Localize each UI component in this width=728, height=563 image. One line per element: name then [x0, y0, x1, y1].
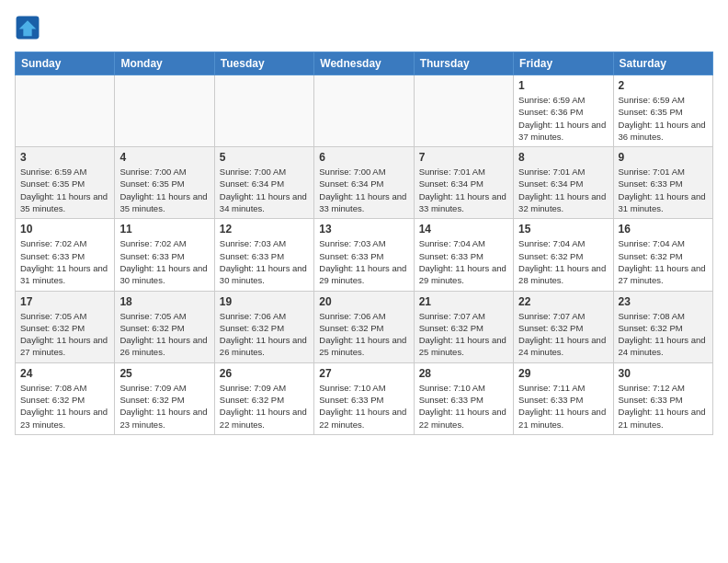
- page-header: [15, 15, 713, 40]
- day-info: Sunrise: 7:08 AM Sunset: 6:32 PM Dayligh…: [619, 310, 708, 359]
- day-info: Sunrise: 7:08 AM Sunset: 6:32 PM Dayligh…: [20, 382, 109, 431]
- weekday-header: Tuesday: [214, 52, 313, 75]
- day-number: 25: [119, 367, 209, 380]
- day-number: 11: [119, 223, 209, 236]
- calendar-cell: [115, 75, 214, 147]
- day-number: 21: [419, 295, 508, 308]
- calendar-cell: 3Sunrise: 6:59 AM Sunset: 6:35 PM Daylig…: [16, 147, 115, 219]
- day-info: Sunrise: 6:59 AM Sunset: 6:35 PM Dayligh…: [20, 166, 109, 214]
- calendar-cell: 24Sunrise: 7:08 AM Sunset: 6:32 PM Dayli…: [16, 362, 115, 434]
- day-number: 4: [119, 151, 209, 164]
- calendar-table: SundayMondayTuesdayWednesdayThursdayFrid…: [15, 52, 713, 435]
- day-number: 22: [518, 295, 608, 308]
- day-number: 13: [319, 223, 408, 236]
- day-number: 26: [220, 367, 309, 380]
- day-info: Sunrise: 6:59 AM Sunset: 6:36 PM Dayligh…: [518, 94, 608, 143]
- calendar-cell: 9Sunrise: 7:01 AM Sunset: 6:33 PM Daylig…: [613, 147, 712, 219]
- day-info: Sunrise: 7:01 AM Sunset: 6:34 PM Dayligh…: [518, 166, 608, 214]
- day-number: 8: [518, 151, 608, 164]
- calendar-week-row: 10Sunrise: 7:02 AM Sunset: 6:33 PM Dayli…: [16, 219, 713, 291]
- weekday-header: Wednesday: [314, 52, 414, 75]
- calendar-cell: 17Sunrise: 7:05 AM Sunset: 6:32 PM Dayli…: [16, 291, 115, 362]
- day-number: 6: [319, 151, 408, 164]
- day-info: Sunrise: 7:04 AM Sunset: 6:32 PM Dayligh…: [619, 237, 708, 286]
- weekday-header: Sunday: [16, 52, 115, 75]
- day-info: Sunrise: 7:09 AM Sunset: 6:32 PM Dayligh…: [220, 382, 309, 431]
- day-info: Sunrise: 7:01 AM Sunset: 6:34 PM Dayligh…: [419, 166, 508, 214]
- day-number: 15: [518, 223, 608, 236]
- calendar-cell: [16, 75, 115, 147]
- weekday-header: Saturday: [613, 52, 712, 75]
- weekday-header: Friday: [514, 52, 613, 75]
- calendar-cell: 28Sunrise: 7:10 AM Sunset: 6:33 PM Dayli…: [414, 362, 513, 434]
- logo-icon: [15, 15, 40, 40]
- calendar-week-row: 1Sunrise: 6:59 AM Sunset: 6:36 PM Daylig…: [16, 75, 713, 147]
- day-info: Sunrise: 7:02 AM Sunset: 6:33 PM Dayligh…: [119, 237, 209, 286]
- day-number: 14: [419, 223, 508, 236]
- day-number: 9: [619, 151, 708, 164]
- day-number: 29: [518, 367, 608, 380]
- day-info: Sunrise: 7:04 AM Sunset: 6:33 PM Dayligh…: [419, 237, 508, 286]
- day-number: 12: [220, 223, 309, 236]
- day-info: Sunrise: 7:05 AM Sunset: 6:32 PM Dayligh…: [20, 310, 109, 359]
- day-info: Sunrise: 7:12 AM Sunset: 6:33 PM Dayligh…: [619, 382, 708, 431]
- day-number: 27: [319, 367, 408, 380]
- calendar-cell: [414, 75, 513, 147]
- day-number: 20: [319, 295, 408, 308]
- calendar-cell: [314, 75, 414, 147]
- day-number: 24: [20, 367, 109, 380]
- calendar-cell: 21Sunrise: 7:07 AM Sunset: 6:32 PM Dayli…: [414, 291, 513, 362]
- calendar-cell: 26Sunrise: 7:09 AM Sunset: 6:32 PM Dayli…: [214, 362, 313, 434]
- day-info: Sunrise: 7:03 AM Sunset: 6:33 PM Dayligh…: [220, 237, 309, 286]
- calendar-cell: 20Sunrise: 7:06 AM Sunset: 6:32 PM Dayli…: [314, 291, 414, 362]
- day-info: Sunrise: 7:11 AM Sunset: 6:33 PM Dayligh…: [518, 382, 608, 431]
- day-info: Sunrise: 7:00 AM Sunset: 6:35 PM Dayligh…: [119, 166, 209, 214]
- calendar-cell: 29Sunrise: 7:11 AM Sunset: 6:33 PM Dayli…: [514, 362, 613, 434]
- calendar-cell: 22Sunrise: 7:07 AM Sunset: 6:32 PM Dayli…: [514, 291, 613, 362]
- day-info: Sunrise: 7:10 AM Sunset: 6:33 PM Dayligh…: [319, 382, 408, 431]
- day-number: 2: [619, 79, 708, 92]
- calendar-cell: 2Sunrise: 6:59 AM Sunset: 6:35 PM Daylig…: [613, 75, 712, 147]
- calendar-cell: 13Sunrise: 7:03 AM Sunset: 6:33 PM Dayli…: [314, 219, 414, 291]
- calendar-cell: 7Sunrise: 7:01 AM Sunset: 6:34 PM Daylig…: [414, 147, 513, 219]
- day-info: Sunrise: 7:06 AM Sunset: 6:32 PM Dayligh…: [319, 310, 408, 359]
- day-info: Sunrise: 7:02 AM Sunset: 6:33 PM Dayligh…: [20, 237, 109, 286]
- day-number: 1: [518, 79, 608, 92]
- day-number: 19: [220, 295, 309, 308]
- day-info: Sunrise: 7:07 AM Sunset: 6:32 PM Dayligh…: [419, 310, 508, 359]
- calendar-cell: 23Sunrise: 7:08 AM Sunset: 6:32 PM Dayli…: [613, 291, 712, 362]
- day-number: 28: [419, 367, 508, 380]
- day-info: Sunrise: 7:03 AM Sunset: 6:33 PM Dayligh…: [319, 237, 408, 286]
- day-info: Sunrise: 7:06 AM Sunset: 6:32 PM Dayligh…: [220, 310, 309, 359]
- calendar-week-row: 3Sunrise: 6:59 AM Sunset: 6:35 PM Daylig…: [16, 147, 713, 219]
- calendar-cell: 10Sunrise: 7:02 AM Sunset: 6:33 PM Dayli…: [16, 219, 115, 291]
- logo: [15, 15, 44, 40]
- calendar-cell: 27Sunrise: 7:10 AM Sunset: 6:33 PM Dayli…: [314, 362, 414, 434]
- calendar-cell: 1Sunrise: 6:59 AM Sunset: 6:36 PM Daylig…: [514, 75, 613, 147]
- day-number: 16: [619, 223, 708, 236]
- day-number: 3: [20, 151, 109, 164]
- calendar-cell: 25Sunrise: 7:09 AM Sunset: 6:32 PM Dayli…: [115, 362, 214, 434]
- day-info: Sunrise: 7:07 AM Sunset: 6:32 PM Dayligh…: [518, 310, 608, 359]
- day-info: Sunrise: 7:00 AM Sunset: 6:34 PM Dayligh…: [319, 166, 408, 214]
- day-number: 7: [419, 151, 508, 164]
- day-number: 23: [619, 295, 708, 308]
- calendar-cell: 15Sunrise: 7:04 AM Sunset: 6:32 PM Dayli…: [514, 219, 613, 291]
- calendar-cell: 4Sunrise: 7:00 AM Sunset: 6:35 PM Daylig…: [115, 147, 214, 219]
- day-number: 10: [20, 223, 109, 236]
- day-info: Sunrise: 7:04 AM Sunset: 6:32 PM Dayligh…: [518, 237, 608, 286]
- calendar-cell: 5Sunrise: 7:00 AM Sunset: 6:34 PM Daylig…: [214, 147, 313, 219]
- calendar-header-row: SundayMondayTuesdayWednesdayThursdayFrid…: [16, 52, 713, 75]
- day-number: 18: [119, 295, 209, 308]
- weekday-header: Thursday: [414, 52, 513, 75]
- calendar-cell: 12Sunrise: 7:03 AM Sunset: 6:33 PM Dayli…: [214, 219, 313, 291]
- calendar-cell: 8Sunrise: 7:01 AM Sunset: 6:34 PM Daylig…: [514, 147, 613, 219]
- calendar-cell: [214, 75, 313, 147]
- calendar-week-row: 24Sunrise: 7:08 AM Sunset: 6:32 PM Dayli…: [16, 362, 713, 434]
- calendar-cell: 14Sunrise: 7:04 AM Sunset: 6:33 PM Dayli…: [414, 219, 513, 291]
- calendar-cell: 6Sunrise: 7:00 AM Sunset: 6:34 PM Daylig…: [314, 147, 414, 219]
- calendar-cell: 16Sunrise: 7:04 AM Sunset: 6:32 PM Dayli…: [613, 219, 712, 291]
- day-number: 30: [619, 367, 708, 380]
- day-info: Sunrise: 7:05 AM Sunset: 6:32 PM Dayligh…: [119, 310, 209, 359]
- day-info: Sunrise: 7:00 AM Sunset: 6:34 PM Dayligh…: [220, 166, 309, 214]
